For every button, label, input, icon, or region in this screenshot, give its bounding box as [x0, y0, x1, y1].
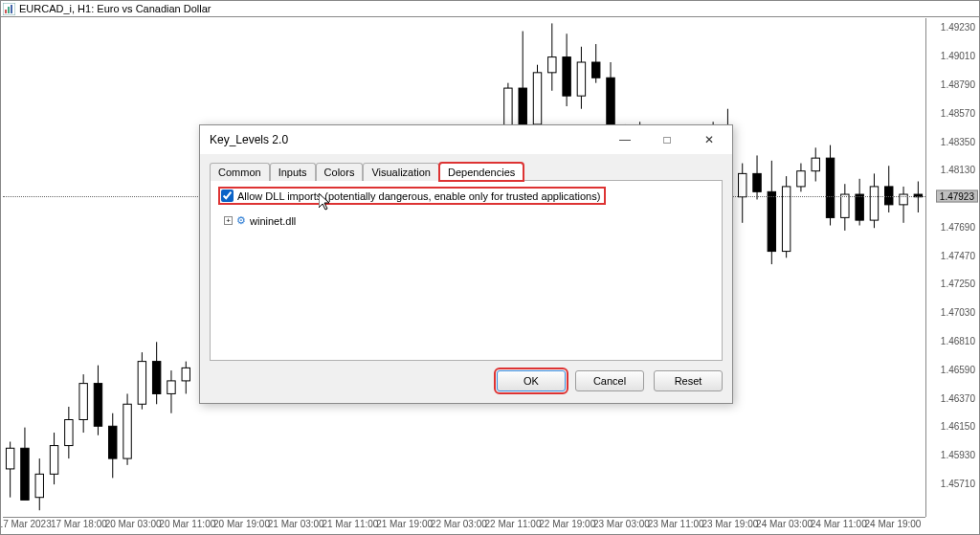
tab-bar: CommonInputsColorsVisualizationDependenc… [210, 162, 723, 180]
svg-rect-37 [548, 57, 556, 73]
svg-rect-67 [768, 191, 775, 251]
tab-visualization[interactable]: Visualization [363, 163, 439, 181]
chart-icon [3, 3, 15, 15]
svg-rect-21 [123, 404, 131, 458]
svg-rect-43 [592, 62, 600, 78]
reset-button[interactable]: Reset [654, 370, 723, 391]
price-axis: 1.492301.490101.487901.485701.483501.481… [925, 18, 979, 517]
svg-rect-75 [826, 158, 834, 217]
tab-dependencies[interactable]: Dependencies [439, 163, 523, 181]
price-tick: 1.48570 [941, 107, 975, 118]
svg-rect-19 [109, 426, 117, 458]
svg-rect-25 [152, 362, 160, 394]
time-tick: 21 Mar 03:00 [268, 519, 324, 529]
time-tick: 20 Mar 03:00 [105, 519, 162, 529]
price-tick: 1.46590 [941, 364, 975, 374]
tab-common[interactable]: Common [210, 163, 270, 181]
allow-dll-row[interactable]: Allow DLL imports (potentially dangerous… [218, 187, 606, 205]
minimize-button[interactable]: — [604, 126, 646, 153]
time-tick: 22 Mar 19:00 [539, 519, 595, 529]
close-button[interactable]: ✕ [688, 126, 730, 153]
time-tick: 20 Mar 11:00 [159, 519, 215, 529]
time-tick: 23 Mar 03:00 [593, 519, 650, 529]
svg-rect-73 [812, 158, 819, 171]
dialog-button-row: OK Cancel Reset [200, 361, 732, 403]
time-tick: 21 Mar 11:00 [322, 519, 378, 529]
svg-rect-27 [167, 381, 175, 394]
svg-rect-41 [577, 62, 585, 96]
maximize-button[interactable]: □ [646, 126, 688, 153]
time-tick: 24 Mar 03:00 [756, 519, 813, 529]
svg-rect-63 [739, 173, 746, 196]
price-tick: 1.45930 [941, 450, 975, 460]
time-tick: 17 Mar 2023 [0, 519, 52, 529]
time-tick: 22 Mar 11:00 [485, 519, 542, 529]
price-tick: 1.48350 [941, 136, 975, 146]
price-tick: 1.49010 [941, 51, 975, 61]
price-tick: 1.46370 [941, 392, 975, 403]
chart-title: EURCAD_i, H1: Euro vs Canadian Dollar [19, 3, 212, 14]
price-tick: 1.48790 [941, 79, 975, 90]
tab-page-dependencies: Allow DLL imports (potentially dangerous… [210, 180, 723, 361]
chart-titlebar: EURCAD_i, H1: Euro vs Canadian Dollar [1, 1, 979, 17]
svg-rect-9 [35, 474, 43, 497]
dialog-titlebar[interactable]: Key_Levels 2.0 — □ ✕ [200, 125, 732, 154]
svg-rect-79 [856, 194, 863, 220]
time-tick: 21 Mar 19:00 [376, 519, 433, 529]
current-price-label: 1.47923 [936, 190, 978, 203]
svg-rect-33 [519, 88, 526, 124]
svg-rect-11 [50, 446, 57, 475]
dependency-item[interactable]: + ⚙ wininet.dll [224, 214, 714, 227]
price-tick: 1.46150 [941, 421, 975, 432]
price-tick: 1.47250 [941, 279, 975, 289]
price-tick: 1.47030 [941, 307, 975, 318]
svg-rect-35 [533, 73, 541, 124]
price-tick: 1.47470 [941, 250, 975, 260]
price-tick: 1.46810 [941, 335, 975, 346]
expand-icon[interactable]: + [224, 216, 233, 225]
svg-rect-29 [182, 368, 189, 381]
svg-rect-39 [563, 57, 570, 97]
svg-rect-15 [79, 384, 87, 420]
svg-rect-2 [8, 7, 10, 13]
indicator-properties-dialog: Key_Levels 2.0 — □ ✕ CommonInputsColorsV… [199, 124, 733, 404]
time-tick: 23 Mar 19:00 [702, 519, 758, 529]
svg-rect-65 [753, 173, 761, 191]
time-tick: 24 Mar 11:00 [811, 519, 867, 529]
time-tick: 20 Mar 19:00 [213, 519, 270, 529]
svg-rect-77 [841, 194, 849, 217]
time-axis: 17 Mar 202317 Mar 18:0020 Mar 03:0020 Ma… [3, 517, 925, 534]
price-tick: 1.45710 [941, 478, 975, 488]
svg-rect-13 [65, 420, 73, 446]
dependency-name: wininet.dll [250, 215, 296, 227]
allow-dll-checkbox[interactable] [221, 189, 234, 202]
gear-icon: ⚙ [236, 214, 246, 227]
svg-rect-23 [138, 362, 145, 405]
price-tick: 1.47690 [941, 221, 975, 232]
tab-inputs[interactable]: Inputs [270, 163, 316, 181]
allow-dll-label: Allow DLL imports (potentially dangerous… [237, 190, 600, 202]
time-tick: 23 Mar 11:00 [648, 519, 704, 529]
svg-rect-81 [870, 187, 878, 220]
dialog-title: Key_Levels 2.0 [210, 133, 288, 146]
price-tick: 1.48130 [941, 165, 975, 175]
ok-button[interactable]: OK [497, 370, 566, 391]
time-tick: 24 Mar 19:00 [865, 519, 922, 529]
dependencies-list: + ⚙ wininet.dll [218, 214, 714, 227]
cancel-button[interactable]: Cancel [575, 370, 644, 391]
svg-rect-17 [94, 384, 101, 427]
price-tick: 1.49230 [941, 22, 975, 33]
tab-colors[interactable]: Colors [316, 163, 364, 181]
svg-rect-1 [5, 10, 7, 13]
time-tick: 22 Mar 03:00 [431, 519, 487, 529]
svg-rect-71 [797, 171, 805, 187]
svg-rect-5 [6, 448, 13, 469]
svg-rect-3 [11, 5, 12, 13]
time-tick: 17 Mar 18:00 [51, 519, 107, 529]
svg-rect-7 [21, 448, 29, 500]
